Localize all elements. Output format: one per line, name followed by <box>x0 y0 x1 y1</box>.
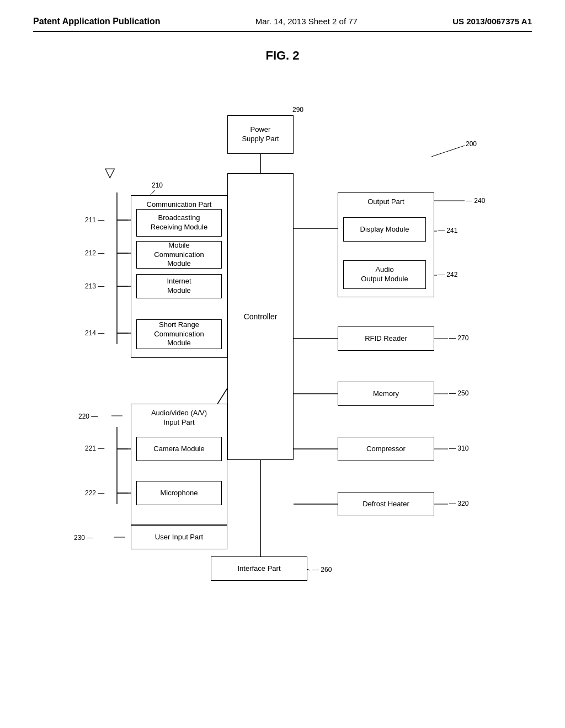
defrost-heater-box: Defrost Heater <box>338 492 434 516</box>
ref-230: 230 — <box>74 534 93 542</box>
defrost-heater-label: Defrost Heater <box>363 500 409 509</box>
ref-211: 211 — <box>85 216 104 224</box>
header-publication-label: Patent Application Publication <box>33 17 161 26</box>
internet-label: InternetModule <box>167 277 191 296</box>
ref-310: — 310 <box>449 445 468 452</box>
compressor-box: Compressor <box>338 437 434 461</box>
compressor-label: Compressor <box>366 445 406 454</box>
short-range-box: Short RangeCommunicationModule <box>136 319 222 349</box>
av-input-label: Audio/video (A/V)Input Part <box>151 409 207 427</box>
ref-214: 214 — <box>85 329 104 337</box>
display-module-box: Display Module <box>343 217 426 242</box>
output-part-label: Output Part <box>367 197 404 207</box>
broadcasting-label: BroadcastingReceiving Module <box>151 213 207 232</box>
ref-320: — 320 <box>449 500 468 507</box>
user-input-box: User Input Part <box>131 525 227 549</box>
ref-221: 221 — <box>85 445 104 452</box>
ref-260: — 260 <box>312 566 332 574</box>
mobile-comm-label: MobileCommunicationModule <box>154 241 204 269</box>
rfid-reader-box: RFID Reader <box>338 326 434 351</box>
controller-box: Controller <box>227 173 294 460</box>
camera-box: Camera Module <box>136 437 222 461</box>
comm-part-label: Communication Part <box>147 200 212 210</box>
microphone-label: Microphone <box>161 489 198 498</box>
header: Patent Application Publication Mar. 14, … <box>33 17 532 32</box>
memory-label: Memory <box>373 389 399 399</box>
ref-200: 200 <box>466 140 477 148</box>
ref-242: — 242 <box>438 271 457 279</box>
ref-290: 290 <box>292 106 303 114</box>
power-supply-label: PowerSupply Part <box>242 125 279 144</box>
svg-line-23 <box>431 146 465 157</box>
interface-part-label: Interface Part <box>237 564 280 574</box>
memory-box: Memory <box>338 382 434 406</box>
header-patent-number: US 2013/0067375 A1 <box>452 17 532 26</box>
internet-box: InternetModule <box>136 274 222 298</box>
header-date-sheet: Mar. 14, 2013 Sheet 2 of 77 <box>255 17 358 26</box>
interface-part-box: Interface Part <box>211 556 307 581</box>
ref-210: 210 <box>152 181 163 189</box>
figure-title: FIG. 2 <box>33 49 532 63</box>
rfid-reader-label: RFID Reader <box>365 334 407 344</box>
ref-270: — 270 <box>449 334 468 342</box>
ref-250: — 250 <box>449 389 468 397</box>
power-supply-box: PowerSupply Part <box>227 115 294 154</box>
camera-label: Camera Module <box>153 445 205 454</box>
display-module-label: Display Module <box>360 225 409 234</box>
ref-220: 220 — <box>78 413 98 420</box>
ref-240: — 240 <box>466 197 485 205</box>
short-range-label: Short RangeCommunicationModule <box>154 320 204 349</box>
user-input-label: User Input Part <box>155 533 203 542</box>
microphone-box: Microphone <box>136 481 222 505</box>
ref-222: 222 — <box>85 489 104 497</box>
diagram: ▽ 290 200 210 211 — 212 — 213 — 214 — 22… <box>45 85 520 609</box>
ref-212: 212 — <box>85 249 104 257</box>
audio-output-label: AudioOutput Module <box>361 265 408 284</box>
ref-241: — 241 <box>438 227 457 234</box>
broadcasting-box: BroadcastingReceiving Module <box>136 209 222 237</box>
mobile-comm-box: MobileCommunicationModule <box>136 241 222 269</box>
page: Patent Application Publication Mar. 14, … <box>0 0 565 728</box>
av-input-box: Audio/video (A/V)Input Part <box>131 404 227 525</box>
antenna-symbol: ▽ <box>105 165 115 180</box>
audio-output-box: AudioOutput Module <box>343 260 426 289</box>
controller-label: Controller <box>244 312 278 322</box>
ref-213: 213 — <box>85 282 104 290</box>
